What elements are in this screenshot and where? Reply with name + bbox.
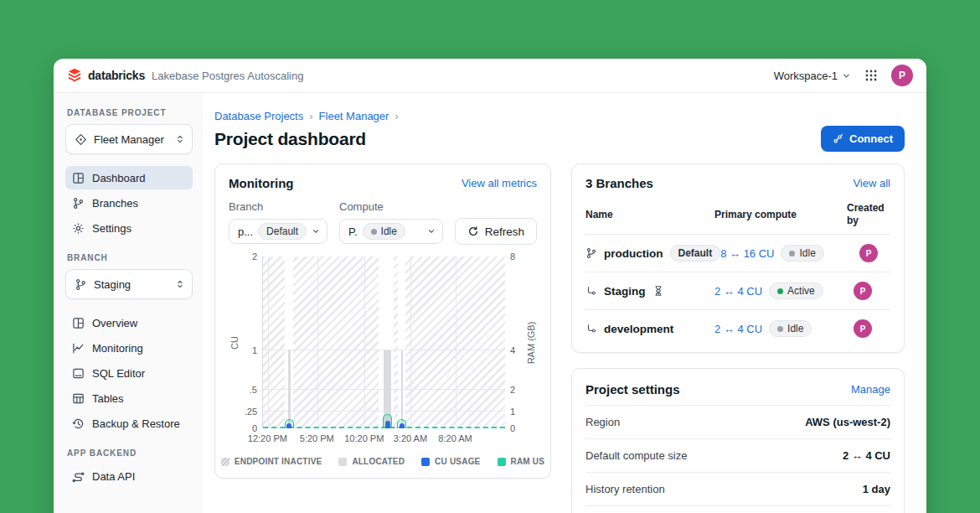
sidebar-item-backup-restore[interactable]: Backup & Restore (65, 412, 193, 435)
creator-avatar: P (859, 244, 878, 262)
chart-plot (262, 256, 505, 428)
sidebar-item-branches[interactable]: Branches (65, 191, 193, 215)
x-tick-label: 8:20 AM (438, 433, 472, 443)
compute-size-link[interactable]: 2 ↔ 4 CU (714, 285, 762, 298)
sidebar-item-settings[interactable]: Settings (65, 216, 193, 240)
sidebar-item-dashboard[interactable]: Dashboard (65, 166, 193, 189)
legend-item: CU USAGE (421, 457, 480, 466)
x-tick-label: 5:20 PM (300, 433, 334, 443)
branch-select-value: Staging (94, 278, 168, 291)
branch-icon (75, 278, 87, 291)
setting-value: 2 ↔ 4 CU (843, 449, 890, 462)
right-tick-label: 2 (510, 385, 515, 395)
project-select[interactable]: Fleet Manager (65, 124, 193, 154)
default-badge: Default (258, 223, 307, 240)
sidebar-item-label: Branches (92, 197, 138, 210)
tables-icon (72, 392, 85, 405)
branch-section-label: BRANCH (67, 253, 193, 262)
project-select-value: Fleet Manager (94, 133, 168, 146)
sidebar-item-label: Settings (92, 222, 132, 235)
left-tick-label: .5 (250, 385, 257, 395)
branch-icon (585, 247, 597, 259)
idle-dot (789, 251, 795, 256)
branch-filter-label: Branch (229, 200, 339, 213)
breadcrumb-fleet-manager[interactable]: Fleet Manager (319, 110, 389, 122)
project-settings-card: Project settings Manage Region AWS (us-w… (571, 368, 905, 513)
branch-icon (72, 197, 85, 210)
gridline-v (410, 256, 411, 428)
idle-dot (777, 326, 783, 332)
sql-editor-icon (72, 367, 85, 380)
compute-filter-select[interactable]: P. Idle (339, 219, 443, 244)
idle-badge: Idle (363, 223, 405, 240)
branches-card: 3 Branches View all Name Primary compute… (571, 163, 905, 353)
project-diamond-icon (75, 133, 87, 146)
x-tick-label: 12:20 PM (248, 433, 287, 443)
branch-filter-select[interactable]: p... Default (229, 219, 328, 244)
sidebar-item-label: SQL Editor (92, 367, 145, 380)
view-all-metrics-link[interactable]: View all metrics (462, 177, 537, 189)
legend-swatch (338, 458, 347, 466)
legend-label: ENDPOINT INACTIVE (235, 457, 322, 466)
status-label: Idle (787, 323, 803, 334)
overview-icon (72, 317, 85, 329)
left-tick-label: 2 (252, 251, 257, 262)
setting-label: Region (585, 416, 620, 428)
legend-item: ENDPOINT INACTIVE (221, 457, 322, 466)
manage-link[interactable]: Manage (851, 383, 890, 396)
sidebar-item-label: Data API (92, 470, 135, 483)
refresh-icon (467, 225, 479, 237)
sidebar-item-monitoring[interactable]: Monitoring (65, 336, 193, 360)
branch-name: development (604, 323, 673, 335)
branch-row-staging[interactable]: Staging 2 ↔ 4 CU Active P (585, 272, 890, 309)
breadcrumb: Database Projects › Fleet Manager › (214, 110, 905, 122)
status-label: Active (787, 285, 815, 297)
connect-button[interactable]: Connect (821, 126, 905, 152)
setting-row-region: Region AWS (us-west-2) (585, 405, 890, 438)
status-badge: Idle (781, 245, 823, 262)
compute-size-link[interactable]: 2 ↔ 4 CU (714, 323, 762, 335)
legend-swatch (421, 458, 430, 466)
compute-size-link[interactable]: 8 ↔ 16 CU (720, 247, 774, 260)
page-title: Project dashboard (214, 129, 366, 149)
setting-value: AWS (us-west-2) (805, 416, 890, 428)
branches-table-header: Name Primary compute Created by (585, 190, 890, 234)
legend-item: RAM US (498, 457, 545, 466)
right-tick-label: 8 (510, 251, 515, 262)
setting-row-postgres-version: Postgres version 17 (585, 505, 890, 513)
sub-branch-icon (585, 323, 597, 334)
idle-badge-label: Idle (381, 225, 397, 237)
sidebar-item-data-api[interactable]: Data API (65, 464, 193, 488)
right-tick-label: 1 (510, 407, 515, 417)
breadcrumb-database-projects[interactable]: Database Projects (214, 110, 303, 122)
app-grid-menu-icon[interactable] (864, 69, 878, 82)
branch-row-development[interactable]: development 2 ↔ 4 CU Idle P (585, 309, 890, 347)
user-avatar[interactable]: P (891, 65, 913, 86)
view-all-branches-link[interactable]: View all (853, 177, 890, 189)
sidebar-item-label: Monitoring (92, 342, 143, 355)
col-name: Name (585, 209, 714, 221)
monitoring-card-title: Monitoring (229, 176, 293, 190)
topbar: databricks Lakebase Postgres Autoscaling… (54, 59, 926, 93)
left-tick-label: .25 (245, 407, 257, 417)
x-tick-label: 10:20 PM (344, 433, 384, 443)
usage-chart: CU 21.5.250 84210 RAM (GB) 12:20 PM5:20 … (229, 256, 537, 447)
sidebar-item-sql-editor[interactable]: SQL Editor (65, 361, 193, 385)
allocated-bar (288, 350, 291, 428)
status-label: Idle (799, 247, 815, 259)
gridline-v (268, 256, 269, 428)
branch-select[interactable]: Staging (65, 269, 193, 299)
main-content: Database Projects › Fleet Manager › Proj… (203, 93, 926, 513)
x-axis-labels: 12:20 PM5:20 PM10:20 PM3:20 AM8:20 AM (262, 428, 505, 447)
branch-row-production[interactable]: production Default 8 ↔ 16 CU Idle P (585, 234, 890, 272)
app-window: databricks Lakebase Postgres Autoscaling… (54, 59, 926, 513)
refresh-button[interactable]: Refresh (455, 218, 537, 245)
workspace-switcher[interactable]: Workspace-1 (774, 70, 851, 82)
col-created-by: Created by (847, 202, 890, 227)
sidebar-item-tables[interactable]: Tables (65, 386, 193, 410)
connect-button-label: Connect (849, 132, 893, 145)
brand-name: databricks (88, 69, 145, 82)
branches-card-title: 3 Branches (585, 176, 653, 190)
setting-row-default-compute-size: Default compute size 2 ↔ 4 CU (585, 438, 890, 472)
sidebar-item-overview[interactable]: Overview (65, 311, 193, 334)
